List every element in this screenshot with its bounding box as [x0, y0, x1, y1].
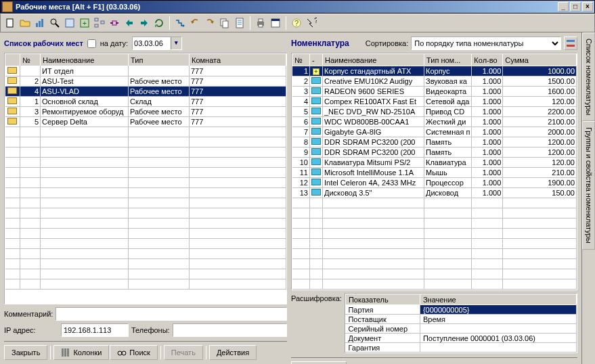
col-type[interactable]: Тип ном... — [424, 54, 472, 66]
columns-button-right[interactable]: Колонки — [291, 361, 347, 364]
table-row[interactable] — [292, 229, 577, 239]
detail-row[interactable]: ДокументПоступление 0000001 (03.03.06) — [345, 334, 576, 343]
table-row[interactable] — [292, 249, 577, 259]
table-row[interactable]: 1Основной складСклад777 — [5, 97, 286, 107]
table-row[interactable] — [292, 219, 577, 229]
table-row[interactable] — [5, 147, 286, 158]
table-row[interactable]: 7 Gigabyte GA-8IGСистемная п1.0002000.00 — [292, 127, 577, 137]
tool-tree-icon[interactable] — [93, 16, 106, 30]
tool-props-icon[interactable] — [269, 16, 282, 30]
table-row[interactable] — [292, 259, 577, 269]
table-row[interactable] — [5, 269, 286, 279]
tool-help-icon[interactable]: ? — [290, 16, 303, 30]
table-row[interactable] — [292, 279, 577, 290]
table-row[interactable]: 9 DDR SDRAM PC3200 (200Память1.0001200.0… — [292, 147, 577, 158]
detail-row[interactable]: Гарантия — [345, 343, 576, 352]
sort-config-icon[interactable] — [564, 37, 577, 50]
maximize-button[interactable]: □ — [570, 2, 581, 12]
table-row[interactable]: 3 RADEON 9600 SERIESВидеокарта1.0001600.… — [292, 87, 577, 97]
col-qty[interactable]: Кол-во — [472, 54, 503, 66]
detail-row[interactable]: ПоставщикВремя — [345, 315, 576, 324]
table-row[interactable] — [292, 269, 577, 279]
tool-link-icon[interactable] — [108, 16, 121, 30]
table-row[interactable]: 2 Creative EMU10K2 AudigyЗвуковая ка1.00… — [292, 76, 577, 87]
tool-copy-icon[interactable] — [218, 16, 232, 30]
detail-row[interactable]: Партия{0000000005} — [345, 305, 576, 315]
tool-search-icon[interactable] — [48, 16, 62, 30]
tool-doc-icon[interactable] — [233, 16, 246, 30]
tool-undo-icon[interactable] — [188, 16, 202, 30]
columns-button[interactable]: Колонки — [53, 345, 109, 360]
col-type[interactable]: Тип — [129, 54, 190, 66]
col-sum[interactable]: Сумма — [503, 54, 577, 66]
col-room[interactable]: Комната — [190, 54, 286, 66]
table-row[interactable]: 13 Дисковод 3.5''Дисковод1.000150.00 — [292, 188, 577, 198]
table-row[interactable] — [5, 239, 286, 249]
workplaces-grid[interactable]: № Наименование Тип Комната ИТ отдел777 2… — [4, 53, 287, 304]
table-row[interactable] — [5, 127, 286, 137]
tool-open-icon[interactable] — [18, 16, 32, 30]
table-row[interactable]: 10 Клавиатура Mitsumi PS/2Клавиатура1.00… — [292, 158, 577, 168]
table-row[interactable] — [5, 219, 286, 229]
tab-nomenclature-list[interactable]: Список номенклатуры — [582, 32, 595, 121]
close-button[interactable]: × — [582, 2, 593, 12]
tool-step-icon[interactable] — [173, 16, 187, 30]
table-row[interactable] — [5, 259, 286, 269]
table-row[interactable] — [5, 178, 286, 188]
table-row[interactable] — [5, 168, 286, 178]
tool-redo-icon[interactable] — [203, 16, 217, 30]
table-row[interactable]: 3Ремонтируемое оборудРабочее место777 — [5, 107, 286, 117]
detail-grid[interactable]: Показатель Значение Партия{0000000005}По… — [345, 293, 577, 353]
table-row[interactable] — [5, 229, 286, 239]
actions-button[interactable]: Действия — [209, 345, 257, 360]
table-row[interactable] — [292, 198, 577, 208]
tool-whatsthis-icon[interactable]: ? — [305, 16, 318, 30]
table-row[interactable]: ИТ отдел777 — [5, 66, 286, 76]
date-filter-checkbox[interactable] — [87, 39, 96, 48]
minimize-button[interactable]: _ — [558, 2, 569, 12]
table-row[interactable] — [5, 279, 286, 290]
table-row[interactable]: 1 + Корпус стандартный ATXКорпус1.000100… — [292, 66, 577, 76]
tool-new-icon[interactable] — [3, 16, 17, 30]
tool-config-icon[interactable] — [63, 16, 76, 30]
table-row[interactable] — [292, 208, 577, 219]
tool-add-icon[interactable]: + — [78, 16, 91, 30]
table-row[interactable] — [5, 208, 286, 219]
table-row[interactable]: 12 Intel Celeron 4A, 2433 MHzПроцессор1.… — [292, 178, 577, 188]
tab-groups-props[interactable]: Группы и свойства номенклатуры — [582, 121, 595, 250]
detail-row[interactable]: Серийный номер — [345, 324, 576, 334]
date-dropdown-icon[interactable]: ▾ — [171, 37, 181, 49]
table-row[interactable] — [5, 198, 286, 208]
table-row[interactable]: 2ASU-TestРабочее место777 — [5, 76, 286, 87]
close-button[interactable]: Закрыть — [4, 345, 47, 360]
ip-input[interactable] — [61, 323, 129, 337]
table-row[interactable]: 8 DDR SDRAM PC3200 (200Память1.0001200.0… — [292, 137, 577, 147]
col-dash[interactable]: - — [310, 54, 323, 66]
comment-input[interactable] — [56, 307, 287, 321]
tool-import-icon[interactable] — [137, 16, 151, 30]
table-row[interactable] — [5, 249, 286, 259]
table-row[interactable]: 5 _NEC DVD_RW ND-2510AПривод CD1.0002200… — [292, 107, 577, 117]
table-row[interactable]: 4ASU-VLADРабочее место777 — [5, 87, 286, 97]
phones-input[interactable] — [173, 323, 287, 337]
table-row[interactable] — [5, 137, 286, 147]
tool-export-icon[interactable] — [123, 16, 136, 30]
table-row[interactable]: 11 Microsoft IntelliMouse 1.1AМышь1.0002… — [292, 168, 577, 178]
table-row[interactable]: 5Сервер DeltaРабочее место777 — [5, 117, 286, 127]
tool-stats-icon[interactable] — [33, 16, 47, 30]
col-name[interactable]: Наименование — [41, 54, 129, 66]
date-input[interactable] — [133, 39, 171, 47]
table-row[interactable] — [5, 158, 286, 168]
table-row[interactable]: 6 WDC WD800BB-00CAA1Жесткий ди1.0002100.… — [292, 117, 577, 127]
sort-select[interactable]: По порядку типа номенклатуры — [411, 37, 561, 50]
print-button[interactable]: Печать — [164, 345, 203, 360]
table-row[interactable] — [292, 239, 577, 249]
nomenclature-grid[interactable]: № - Наименование Тип ном... Кол-во Сумма… — [291, 53, 577, 290]
tool-print-icon[interactable] — [254, 16, 267, 30]
table-row[interactable]: 4 Compex RE100ATX Fast EtСетевой ада1.00… — [292, 97, 577, 107]
col-num[interactable]: № — [292, 54, 310, 66]
col-val[interactable]: Значение — [420, 294, 576, 305]
col-name[interactable]: Наименование — [323, 54, 424, 66]
col-num[interactable]: № — [20, 54, 41, 66]
table-row[interactable] — [5, 188, 286, 198]
